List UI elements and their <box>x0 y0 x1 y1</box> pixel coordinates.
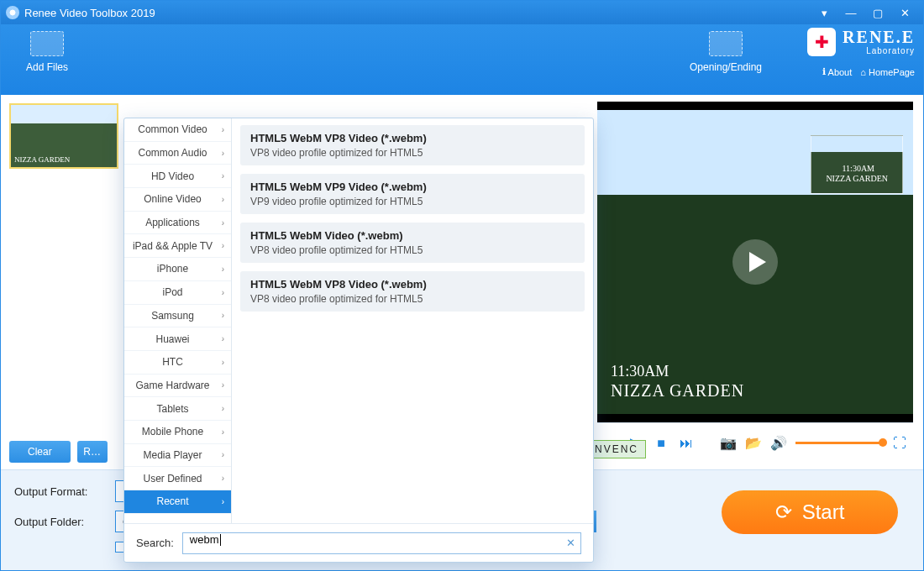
chevron-right-icon: › <box>222 380 224 390</box>
thumb-caption: NIZZA GARDEN <box>14 155 70 164</box>
refresh-icon: ⟳ <box>775 500 792 524</box>
about-link[interactable]: ℹ About <box>822 66 853 77</box>
category-item[interactable]: Recent› <box>124 490 231 514</box>
category-item[interactable]: Tablets› <box>124 397 231 421</box>
close-button[interactable]: ✕ <box>891 4 918 21</box>
open-folder-button[interactable]: 📂 <box>745 435 762 451</box>
result-desc: VP8 video profile optimized for HTML5 <box>250 147 575 159</box>
result-title: HTML5 WebM Video (*.webm) <box>250 229 575 242</box>
category-item[interactable]: Media Player› <box>124 444 231 468</box>
chevron-right-icon: › <box>222 171 224 181</box>
maximize-button[interactable]: ▢ <box>864 4 891 21</box>
category-item[interactable]: HD Video› <box>124 165 231 188</box>
app-title: Renee Video Toolbox 2019 <box>24 7 155 19</box>
opening-ending-icon <box>709 31 743 56</box>
pip-caption: NIZZA GARDEN <box>826 174 888 183</box>
chevron-right-icon: › <box>222 241 224 250</box>
result-title: HTML5 WebM VP8 Video (*.webm) <box>250 132 575 144</box>
search-value: webm <box>190 533 219 546</box>
homepage-link[interactable]: ⌂ HomePage <box>860 66 915 77</box>
category-item[interactable]: Mobile Phone› <box>124 421 231 444</box>
result-desc: VP9 video profile optimized for HTML5 <box>250 196 575 207</box>
category-item[interactable]: iPad && Apple TV› <box>124 234 231 258</box>
opening-ending-label: Opening/Ending <box>690 61 762 73</box>
preview-pane: 11:30AM NIZZA GARDEN 11:30AM NIZZA GARDE… <box>597 95 923 469</box>
add-files-icon <box>30 31 64 56</box>
chevron-right-icon: › <box>222 125 224 134</box>
chevron-right-icon: › <box>222 195 224 204</box>
category-item[interactable]: Online Video› <box>124 188 231 212</box>
category-item[interactable]: iPhone› <box>124 258 231 281</box>
chevron-right-icon: › <box>222 334 224 343</box>
brand-cross-icon <box>807 28 836 56</box>
preview-time: 11:30AM <box>611 363 669 380</box>
preview-screen[interactable]: 11:30AM NIZZA GARDEN 11:30AM NIZZA GARDE… <box>597 102 913 422</box>
play-overlay-icon[interactable] <box>732 239 778 285</box>
start-button[interactable]: ⟳ Start <box>722 490 898 534</box>
remove-button[interactable]: R… <box>77 441 108 463</box>
fullscreen-button[interactable]: ⛶ <box>891 436 908 451</box>
category-item[interactable]: Huawei› <box>124 327 231 351</box>
brand-name: RENE.E <box>843 28 915 46</box>
category-item[interactable]: Common Video› <box>124 118 231 142</box>
chevron-right-icon: › <box>222 288 224 297</box>
category-item[interactable]: Samsung› <box>124 305 231 328</box>
format-result-item[interactable]: HTML5 WebM VP8 Video (*.webm)VP8 video p… <box>240 125 585 165</box>
result-desc: VP8 video profile optimized for HTML5 <box>250 293 575 305</box>
format-result-item[interactable]: HTML5 WebM Video (*.webm)VP8 video profi… <box>240 223 585 263</box>
category-list: Common Video›Common Audio›HD Video›Onlin… <box>124 118 232 523</box>
video-list-item[interactable]: NIZZA GARDEN <box>9 103 118 169</box>
snapshot-button[interactable]: 📷 <box>720 435 737 451</box>
volume-icon[interactable]: 🔊 <box>770 435 787 451</box>
clear-button[interactable]: Clear <box>9 441 71 463</box>
chevron-right-icon: › <box>222 497 224 506</box>
pip-time: 11:30AM <box>842 164 874 173</box>
chevron-right-icon: › <box>222 358 224 367</box>
category-item[interactable]: Common Audio› <box>124 142 231 165</box>
chevron-right-icon: › <box>222 404 224 413</box>
format-result-item[interactable]: HTML5 WebM VP8 Video (*.webm)VP8 video p… <box>240 271 585 312</box>
format-result-item[interactable]: HTML5 WebM VP9 Video (*.webm)VP9 video p… <box>240 174 585 214</box>
menu-dropdown-button[interactable]: ▾ <box>811 4 837 21</box>
result-title: HTML5 WebM VP9 Video (*.webm) <box>250 181 575 193</box>
chevron-right-icon: › <box>222 218 224 228</box>
next-button[interactable]: ⏭ <box>678 436 695 451</box>
clear-search-icon[interactable]: ✕ <box>566 537 575 549</box>
chevron-right-icon: › <box>222 427 224 437</box>
volume-slider[interactable] <box>795 442 883 444</box>
stop-button[interactable]: ■ <box>653 436 669 451</box>
title-bar: Renee Video Toolbox 2019 ▾ — ▢ ✕ <box>1 1 923 24</box>
output-format-label: Output Format: <box>14 485 115 498</box>
category-item[interactable]: HTC› <box>124 351 231 375</box>
minimize-button[interactable]: — <box>837 4 864 21</box>
chevron-right-icon: › <box>222 265 224 274</box>
opening-ending-button[interactable]: Opening/Ending <box>688 31 764 73</box>
output-folder-label: Output Folder: <box>14 516 115 528</box>
result-list: HTML5 WebM VP8 Video (*.webm)VP8 video p… <box>232 118 593 523</box>
result-title: HTML5 WebM VP8 Video (*.webm) <box>250 278 575 291</box>
main-toolbar: Add Files Opening/Ending RENE.E Laborato… <box>1 24 923 95</box>
chevron-right-icon: › <box>222 149 224 158</box>
chevron-right-icon: › <box>222 474 224 483</box>
category-item[interactable]: Game Hardware› <box>124 375 231 398</box>
category-item[interactable]: User Defined› <box>124 467 231 490</box>
brand-block: RENE.E Laboratory ℹ About ⌂ HomePage <box>807 28 915 56</box>
add-files-label: Add Files <box>26 61 68 73</box>
category-item[interactable]: iPod› <box>124 281 231 305</box>
search-label: Search: <box>136 537 174 549</box>
add-files-button[interactable]: Add Files <box>9 31 85 73</box>
preview-caption: NIZZA GARDEN <box>611 381 744 401</box>
search-input[interactable]: webm ✕ <box>182 532 581 554</box>
format-picker-popup: Common Video›Common Audio›HD Video›Onlin… <box>123 118 594 563</box>
chevron-right-icon: › <box>222 450 224 459</box>
brand-sub: Laboratory <box>843 46 915 55</box>
app-logo-icon <box>6 6 19 19</box>
category-item[interactable]: Applications› <box>124 212 231 235</box>
chevron-right-icon: › <box>222 311 224 320</box>
result-desc: VP8 video profile optimized for HTML5 <box>250 244 575 256</box>
